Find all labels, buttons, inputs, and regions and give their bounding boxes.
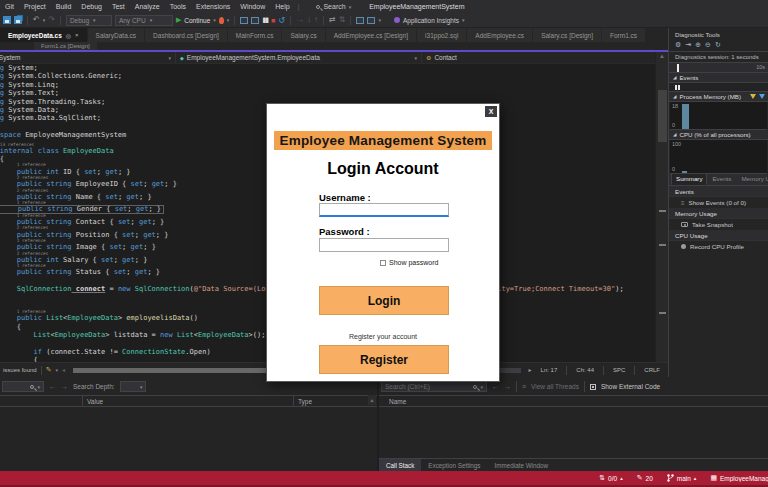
watch-search-input[interactable]: ▾ [2,381,44,392]
menu-item-window[interactable]: Window [235,3,270,10]
stop-debug-icon[interactable]: ■ [271,17,275,24]
menu-item-build[interactable]: Build [51,3,77,10]
document-tab[interactable]: Salary.cs [Design] [533,28,601,42]
restart-icon[interactable]: ↺ [278,16,285,25]
show-password-checkbox[interactable] [380,260,386,266]
line-indicator[interactable]: Ln: 17 [536,367,563,373]
menu-item-help[interactable]: Help [270,3,294,10]
chevron-down-icon[interactable]: ▾ [56,367,59,373]
scroll-up-icon[interactable]: ▲ [368,395,376,405]
timeline-ruler[interactable]: 10s [669,62,768,73]
code-map-icon[interactable]: ⇄ [329,16,336,24]
gc-filter-icon[interactable] [759,94,765,99]
diagnostics-tab-events[interactable]: Events [707,174,736,185]
document-tab[interactable]: Form1.cs [602,28,645,42]
breadcrumb-type-dropdown[interactable]: ◆ EmployeeManagementSystem.EmployeeData … [176,52,422,63]
show-external-code-button[interactable]: Show External Code [601,383,660,390]
menu-item-debug[interactable]: Debug [76,3,107,10]
window-layout-icon[interactable] [251,17,259,24]
document-tab[interactable]: Form1.cs [Design] [34,42,97,50]
search-prev-icon[interactable]: ← [49,383,56,390]
document-tab[interactable]: EmployeeData.cs◎× [0,28,87,42]
menu-item-analyze[interactable]: Analyze [130,3,165,10]
step-over-icon[interactable]: → [296,16,304,24]
scroll-right-icon[interactable]: ▸ [529,367,532,373]
platform-dropdown[interactable]: Any CPU▾ [115,15,173,26]
document-tab[interactable]: SalaryData.cs [88,28,144,42]
name-column-header[interactable]: Name [379,398,406,405]
take-snapshot-link[interactable]: Take Snapshot [669,219,768,230]
pending-edits[interactable]: ✎ 20 [637,474,653,482]
scroll-left-icon[interactable]: ◂ [62,367,65,373]
show-password-control[interactable]: Show password [380,259,438,266]
menu-item-extensions[interactable]: Extensions [191,3,235,10]
settings-gear-icon[interactable]: ⚙ [675,41,681,49]
save-icon[interactable] [3,16,11,24]
editor-vertical-scrollbar[interactable]: ▲ [655,52,668,362]
step-out-icon[interactable]: ↑ [314,16,318,24]
chevron-down-icon[interactable]: ▾ [227,17,230,23]
break-all-icon[interactable]: ▮▮ [262,16,268,24]
hot-reload-icon[interactable] [219,17,224,24]
scroll-up-icon[interactable]: ▲ [659,53,665,59]
menu-item-git[interactable]: Git [0,3,19,10]
breadcrumb-member-dropdown[interactable]: ⚙ Contact [422,52,668,63]
document-tab[interactable]: Salary.cs [282,28,324,42]
scrollbar-thumb[interactable] [658,90,667,142]
dialog-close-button[interactable]: X [485,106,497,117]
value-column-header[interactable]: Value [83,398,293,405]
bookmark-icon[interactable] [356,17,364,24]
call-stack-search-input[interactable]: Search (Ctrl+E) ▾ [381,381,487,392]
search-prev-icon[interactable]: ← [492,383,499,390]
events-section-header[interactable]: ◢ Events [669,73,768,83]
zoom-out-icon[interactable]: ⊖ [705,41,711,49]
username-input[interactable] [319,203,449,217]
document-tab[interactable]: AddEmployee.cs [467,28,532,42]
solution-config-dropdown[interactable]: Debug▾ [66,15,112,26]
chevron-down-icon[interactable]: ▾ [378,17,381,23]
reset-view-icon[interactable]: ↻ [715,41,721,49]
cpu-section-header[interactable]: ◢ CPU (% of all processors) [669,130,768,140]
show-events-link[interactable]: ≡ Show Events (0 of 0) [669,197,768,208]
snapshot-filter-icon[interactable] [750,94,756,99]
issues-indicator[interactable]: issues found [3,367,37,373]
indent-indicator[interactable]: SPC [608,367,630,373]
eol-indicator[interactable]: CRLF [639,367,665,373]
document-tab[interactable]: i31ppo2.sql [417,28,466,42]
document-tab[interactable]: MainForm.cs [228,28,282,42]
panel-tab-immediate-window[interactable]: Immediate Window [488,459,556,471]
password-input[interactable] [319,238,449,252]
record-cpu-link[interactable]: Record CPU Profile [669,241,768,252]
repo-selector[interactable]: ▦ EmployeeManagementSystem [710,474,768,482]
login-button[interactable]: Login [319,286,449,315]
continue-play-icon[interactable]: ▶ [176,16,181,24]
app-insights-control[interactable]: Application Insights ▾ [394,17,465,24]
diagnostics-tab-summary[interactable]: Summary [671,174,707,185]
column-indicator[interactable]: Ch: 44 [571,367,599,373]
breadcrumb-project-dropdown[interactable]: EmployeeManagementSystem ▾ [0,52,176,63]
save-all-icon[interactable] [14,16,22,24]
window-preview-icon[interactable] [240,17,248,24]
panel-tab-exception-settings[interactable]: Exception Settings [421,459,487,471]
continue-button[interactable]: Continue [184,17,210,24]
step-into-icon[interactable]: ↓ [307,16,311,24]
chevron-down-icon[interactable]: ▾ [213,17,216,23]
diagnostics-tab-memory-usage[interactable]: Memory Usage [736,174,768,185]
menu-item-project[interactable]: Project [19,3,51,10]
document-tab[interactable]: Dashboard.cs [Design] [145,28,227,42]
close-icon[interactable]: × [75,32,79,38]
chevron-down-icon[interactable]: ▾ [43,17,46,23]
pin-icon[interactable]: ◎ [66,32,71,39]
branch-selector[interactable]: main ▴ [667,474,697,482]
watch-body[interactable] [0,408,377,471]
type-column-header[interactable]: Type [294,398,377,405]
menu-item-tools[interactable]: Tools [165,3,191,10]
redo-icon[interactable]: ↷ [48,16,55,24]
document-tab[interactable]: AddEmployee.cs [Design] [326,28,416,42]
search-next-icon[interactable]: → [61,383,68,390]
zoom-in-icon[interactable]: ⊕ [695,41,701,49]
menu-item-test[interactable]: Test [107,3,130,10]
panel-tab-call-stack[interactable]: Call Stack [379,459,421,471]
register-button[interactable]: Register [319,345,449,374]
bookmark-list-icon[interactable] [367,17,375,24]
